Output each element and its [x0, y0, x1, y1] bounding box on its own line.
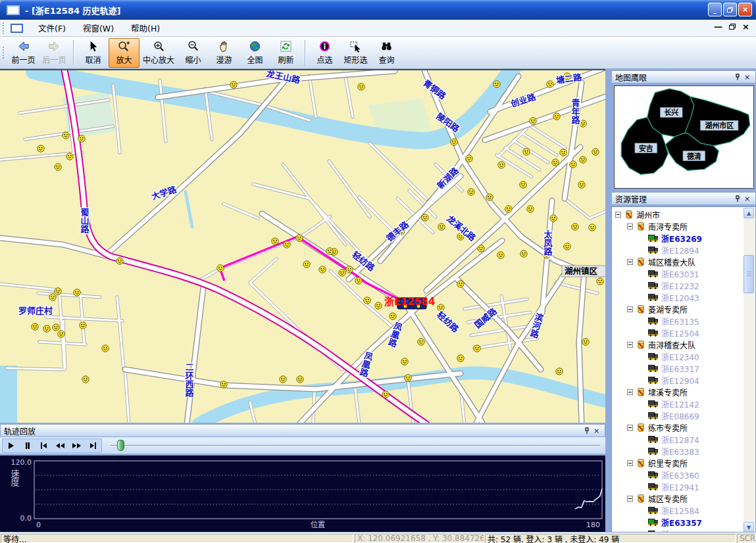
map-marker-smiley[interactable] [451, 139, 457, 145]
mdi-child-icon[interactable] [11, 24, 23, 33]
map-view[interactable]: 龙王山路青铜路陵阳路塘二路创业路青年路新湖路大学路蜀山路德丰路龙溪北路轻纺路太凤… [0, 69, 605, 423]
map-marker-smiley[interactable] [486, 194, 493, 201]
map-marker-smiley[interactable] [438, 224, 445, 230]
tree-node-vehicle[interactable]: 浙E12232 [612, 279, 755, 291]
tree-node-vehicle[interactable]: 浙E12874 [612, 433, 755, 445]
map-marker-smiley[interactable] [364, 297, 370, 304]
map-marker-smiley[interactable] [527, 206, 534, 212]
tree-node-vehicle[interactable]: 浙E12904 [612, 374, 755, 386]
toolbar-button-zoom-in[interactable]: 放大 [109, 38, 139, 68]
map-marker-smiley[interactable] [53, 324, 59, 331]
map-marker-smiley[interactable] [552, 159, 559, 166]
map-marker-smiley[interactable] [217, 265, 224, 272]
tree-node-group[interactable]: 埭溪专卖所 [612, 386, 755, 398]
tree-node-vehicle[interactable]: 浙E12941 [612, 481, 755, 492]
map-marker-smiley[interactable] [401, 358, 408, 365]
tree-node-group[interactable]: 城区稽查大队 [612, 256, 755, 268]
tree-expander[interactable] [627, 259, 633, 265]
play-button[interactable] [4, 439, 18, 452]
close-button[interactable]: × [738, 3, 752, 16]
map-marker-smiley[interactable] [493, 81, 500, 87]
map-marker-smiley[interactable] [405, 375, 411, 381]
tree-node-group[interactable]: 城区专卖所 [612, 492, 755, 504]
tree-node-vehicle[interactable]: 浙E12142 [612, 398, 755, 410]
map-marker-smiley[interactable] [422, 214, 428, 221]
map-marker-smiley[interactable] [530, 118, 536, 124]
scroll-down-button[interactable]: ▼ [743, 522, 754, 532]
map-marker-smiley[interactable] [572, 224, 578, 230]
tree-node-vehicle[interactable]: 浙E63357 [612, 516, 755, 528]
map-marker-smiley[interactable] [550, 215, 557, 222]
map-marker-smiley[interactable] [560, 149, 567, 156]
tracked-vehicle[interactable]: 浙E12584 [384, 296, 435, 309]
map-marker-smiley[interactable] [520, 250, 527, 257]
go-start-button[interactable] [37, 439, 51, 452]
tree-node-vehicle[interactable]: 浙E12043 [612, 291, 755, 303]
toolbar-button-globe[interactable]: 全图 [239, 38, 270, 68]
toolbar-button-info-select[interactable]: 点选 [309, 38, 340, 68]
map-marker-smiley[interactable] [55, 164, 61, 170]
map-marker-smiley[interactable] [375, 302, 382, 309]
map-marker-smiley[interactable] [319, 266, 326, 273]
map-marker-smiley[interactable] [578, 181, 585, 188]
go-end-button[interactable] [86, 439, 101, 452]
tree-expander[interactable] [627, 460, 633, 466]
tree-node-group[interactable]: 菱湖专卖所 [612, 303, 755, 315]
map-marker-smiley[interactable] [570, 161, 576, 168]
tree-node-vehicle[interactable]: 浙E63135 [612, 315, 755, 327]
tree-node-root[interactable]: 湖州市 [612, 208, 755, 220]
map-marker-smiley[interactable] [82, 376, 89, 383]
tree-scrollbar[interactable]: ▲ ▼ [743, 208, 755, 532]
tree-node-group[interactable]: 练市专卖所 [612, 421, 755, 433]
map-marker-smiley[interactable] [230, 82, 237, 88]
tree-node-vehicle[interactable]: 浙E63383 [612, 445, 755, 457]
map-marker-smiley[interactable] [382, 391, 389, 398]
map-marker-smiley[interactable] [339, 270, 345, 276]
map-marker-smiley[interactable] [43, 325, 50, 332]
toolbar-button-zoom-center[interactable]: 中心放大 [139, 38, 178, 68]
map-marker-smiley[interactable] [418, 339, 424, 345]
map-marker-smiley[interactable] [58, 331, 64, 337]
toolbar-button-pointer[interactable]: 取消 [78, 38, 109, 68]
map-marker-smiley[interactable] [49, 294, 56, 300]
toolbar-button-refresh[interactable]: 刷新 [270, 38, 301, 68]
menubar-grip[interactable] [2, 22, 5, 34]
map-marker-smiley[interactable] [326, 248, 333, 254]
pin-icon[interactable] [582, 426, 592, 436]
map-marker-smiley[interactable] [38, 145, 44, 152]
tree-node-group[interactable]: 织里专卖所 [612, 457, 755, 469]
tree-node-vehicle[interactable]: 浙E12340 [612, 350, 755, 362]
mdi-restore-button[interactable] [729, 24, 736, 30]
map-marker-smiley[interactable] [457, 281, 464, 287]
scroll-thumb[interactable] [743, 255, 754, 293]
menu-help[interactable]: 帮助(H) [122, 19, 168, 37]
map-marker-smiley[interactable] [66, 153, 73, 160]
map-canvas[interactable]: 龙王山路青铜路陵阳路塘二路创业路青年路新湖路大学路蜀山路德丰路龙溪北路轻纺路太凤… [0, 70, 605, 423]
tree-node-vehicle[interactable]: 浙E09387 [612, 528, 755, 532]
tree-expander[interactable] [627, 224, 633, 229]
map-marker-smiley[interactable] [597, 278, 603, 285]
tree-node-vehicle[interactable]: 浙E63031 [612, 268, 755, 279]
toolbar-button-arrow-right[interactable]: 后一页 [39, 38, 70, 68]
map-marker-smiley[interactable] [457, 355, 464, 362]
map-marker-smiley[interactable] [296, 235, 303, 241]
map-marker-smiley[interactable] [272, 238, 278, 245]
map-marker-smiley[interactable] [478, 245, 484, 252]
map-marker-smiley[interactable] [80, 322, 86, 329]
map-marker-smiley[interactable] [32, 323, 38, 330]
playback-slider[interactable] [111, 445, 600, 446]
toolbar-button-arrow-left[interactable]: 前一页 [8, 38, 39, 68]
map-marker-smiley[interactable] [116, 258, 123, 264]
restore-button[interactable] [723, 3, 737, 16]
map-marker-smiley[interactable] [553, 113, 560, 120]
map-marker-smiley[interactable] [390, 313, 396, 319]
map-marker-smiley[interactable] [505, 206, 512, 212]
map-marker-smiley[interactable] [55, 288, 61, 295]
scroll-up-button[interactable]: ▲ [743, 208, 754, 218]
map-marker-smiley[interactable] [580, 156, 586, 163]
pause-button[interactable] [20, 439, 35, 452]
toolbar-button-rect-select[interactable]: 矩形选 [340, 38, 371, 68]
map-marker-smiley[interactable] [520, 181, 526, 188]
map-marker-smiley[interactable] [468, 189, 474, 195]
map-marker-smiley[interactable] [63, 132, 69, 139]
